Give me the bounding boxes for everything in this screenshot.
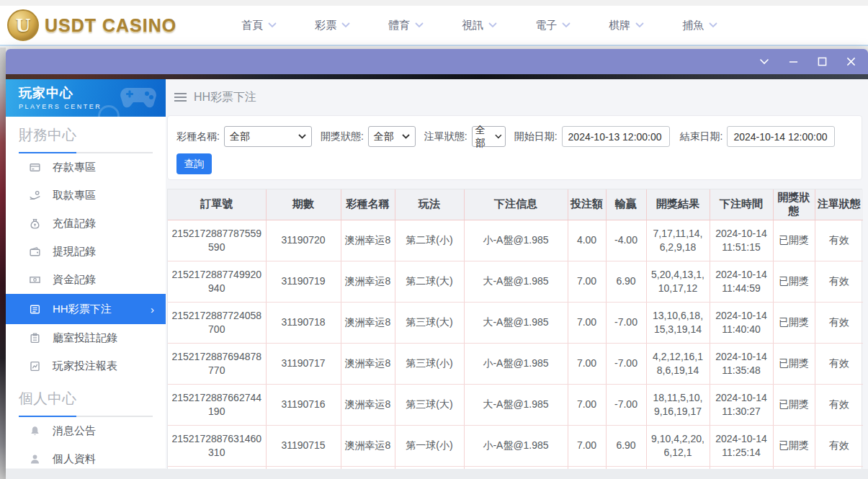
withdraw-hand-icon [29,189,41,202]
table-cell: 小-A盤@1.985 [464,343,568,384]
sidebar-item-label: 取款專區 [53,189,96,202]
table-cell: 澳洲幸运8 [341,302,395,343]
sidebar-banner: 玩家中心 PLAYERS CENTER [6,79,166,117]
sidebar-item[interactable]: 充值記錄 [6,210,166,238]
table-header-cell: 下注信息 [464,189,568,220]
sidebar-item[interactable]: 玩家投注報表 [6,352,166,380]
logo-coin-icon: U [7,9,39,41]
table-cell: -4.00 [606,220,646,261]
query-button[interactable]: 查詢 [176,153,212,174]
nav-item[interactable]: 首頁 [241,19,277,32]
table-header-cell: 開獎狀態 [773,189,815,220]
table-header-cell: 輸贏 [606,189,646,220]
table-cell: 已開獎 [773,220,815,261]
sidebar-item[interactable]: 提現記錄 [6,238,166,266]
table-cell: 2024-10-14 11:35:48 [710,343,773,384]
table-cell: 澳洲幸运8 [341,425,395,466]
draw-status-select[interactable]: 全部 [368,126,416,147]
start-date-label: 開始日期: [514,130,558,143]
window-titlebar [6,49,868,74]
sidebar-section-personal: 個人中心 [6,380,166,417]
sidebar-item[interactable]: 廳室投註記錄 [6,324,166,352]
table-cell: 已開獎 [773,384,815,425]
end-date-input[interactable] [727,126,835,147]
window-top-band [6,74,868,79]
sidebar-item-label: 消息公告 [53,424,96,438]
table-cell: 4,2,12,16,18,6,19,14 [646,343,710,384]
hamburger-icon[interactable] [174,93,187,102]
table-cell: 已開獎 [773,302,815,343]
order-status-label: 注單狀態: [424,130,467,143]
nav-item[interactable]: 體育 [388,19,424,32]
minimize-icon[interactable] [787,56,799,68]
nav-item[interactable]: 電子 [535,19,571,32]
table-cell: 2152172887631460310 [168,425,266,466]
table-cell: 6.90 [606,425,646,466]
sidebar-item-label: 個人資料 [53,452,96,466]
window-bottom-strip [6,469,868,479]
chevron-down-icon [268,22,277,28]
table-cell: 7.00 [568,302,606,343]
table-cell: 2024-10-14 11:40:40 [710,302,773,343]
lottery-name-label: 彩種名稱: [176,130,220,143]
table-cell: 2024-10-14 11:30:27 [710,384,773,425]
sidebar-item-label: HH彩票下注 [53,303,112,316]
breadcrumb: HH彩票下注 [167,79,862,115]
sidebar-finance-items: 存款專區 取款專區 充值記錄 提現記錄 資金記錄 [6,153,166,380]
table-cell: 澳洲幸运8 [341,343,395,384]
chevron-down-icon [635,22,644,28]
maximize-icon[interactable] [816,56,828,68]
bets-table-card: 訂單號期數彩種名稱玩法下注信息投注額輸贏開獎結果下注時間開獎狀態注單狀態 215… [167,189,862,479]
table-cell: 已開獎 [773,261,815,302]
nav-item[interactable]: 視訊 [462,19,497,32]
brand-logo[interactable]: U USDT CASINO [7,9,176,41]
sidebar-item-label: 廳室投註記錄 [53,331,117,345]
table-cell: 31190720 [266,220,341,261]
table-row: 215217288766274419031190716澳洲幸运8第三球(大)大-… [168,384,863,425]
nav-item-label: 捕魚 [682,19,704,32]
sidebar-item-label: 充值記錄 [53,217,96,230]
nav-item[interactable]: 捕魚 [682,19,717,32]
table-cell: 5,20,4,13,1,10,17,12 [646,261,710,302]
table-row: 215217288769487877031190717澳洲幸运8第三球(小)小-… [168,343,863,384]
table-cell: 2152172887662744190 [168,384,266,425]
close-icon[interactable] [845,56,856,68]
sidebar-item[interactable]: 消息公告 [6,417,166,445]
nav-item-label: 彩票 [315,19,336,32]
lottery-name-select[interactable]: 全部 [224,126,312,147]
bet-list-icon [29,303,41,315]
chevron-down-icon [298,134,306,139]
nav-item[interactable]: 彩票 [315,19,350,32]
report-chart-icon [29,360,41,372]
chevron-down-icon [402,134,410,139]
moneybag-icon [29,218,41,230]
table-cell: 2024-10-14 11:25:14 [710,425,773,466]
table-cell: 2152172887694878770 [168,343,266,384]
table-cell: 2152172887749920940 [168,261,266,302]
start-date-input[interactable] [562,126,670,147]
section-heading: 個人中心 [19,389,153,408]
sidebar-item[interactable]: 資金記錄 [6,266,166,294]
table-cell: 第一球(小) [395,425,464,466]
table-cell: 2152172887724058700 [168,302,266,343]
table-cell: 有效 [815,384,863,425]
table-cell: 31190717 [266,343,341,384]
table-cell: 有效 [815,425,863,466]
table-cell: 第三球(小) [395,343,464,384]
collapse-icon[interactable] [759,56,770,68]
main-content: HH彩票下注 彩種名稱: 全部 開獎狀態: 全部 注單狀態: [166,79,868,479]
nav-item[interactable]: 棋牌 [609,19,644,32]
sidebar-item[interactable]: 存款專區 [6,153,166,182]
sidebar-item[interactable]: 個人資料 [6,445,166,468]
table-cell: 小-A盤@1.985 [464,220,568,261]
order-status-select[interactable]: 全部 [472,126,506,147]
table-cell: 澳洲幸运8 [341,220,395,261]
table-cell: 6.90 [606,261,646,302]
sidebar-item[interactable]: HH彩票下注 › [6,294,166,324]
clipboard-icon [29,332,41,344]
nav-item-label: 視訊 [462,19,483,32]
chevron-down-icon [495,134,502,139]
sidebar-item[interactable]: 取款專區 [6,182,166,210]
table-cell: 第二球(大) [395,261,464,302]
table-cell: 2024-10-14 11:44:59 [710,261,773,302]
